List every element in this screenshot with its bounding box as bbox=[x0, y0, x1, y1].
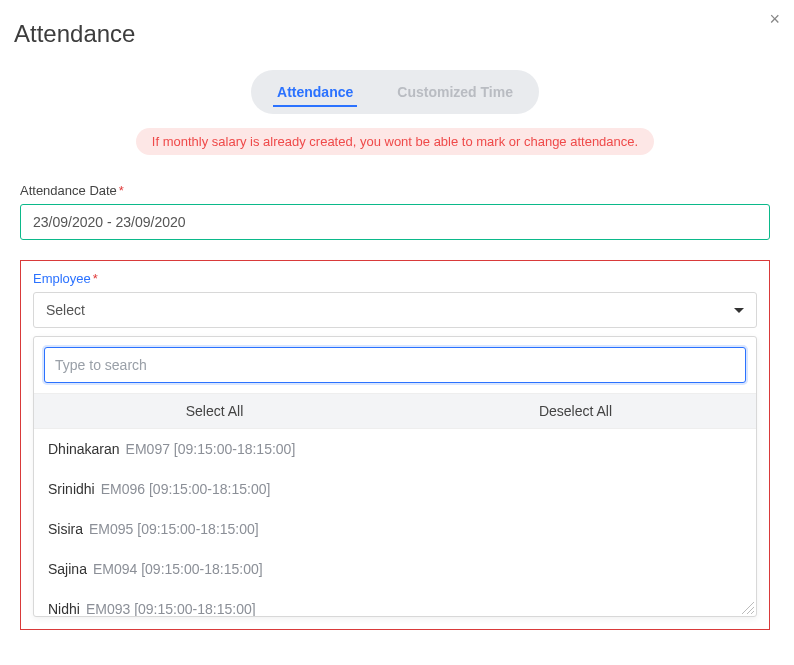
employee-option-name: Sajina bbox=[48, 561, 87, 577]
tab-attendance[interactable]: Attendance bbox=[255, 74, 375, 110]
employee-option-name: Dhinakaran bbox=[48, 441, 120, 457]
attendance-date-label: Attendance Date* bbox=[20, 183, 770, 198]
employee-option[interactable]: NidhiEM093 [09:15:00-18:15:00] bbox=[34, 589, 756, 616]
employee-option[interactable]: DhinakaranEM097 [09:15:00-18:15:00] bbox=[34, 429, 756, 469]
employee-option-meta: EM093 [09:15:00-18:15:00] bbox=[86, 601, 256, 616]
employee-select-value: Select bbox=[46, 302, 85, 318]
warning-banner: If monthly salary is already created, yo… bbox=[136, 128, 654, 155]
select-controls: Select All Deselect All bbox=[34, 393, 756, 429]
required-asterisk: * bbox=[119, 183, 124, 198]
tabs-container: Attendance Customized Time bbox=[12, 70, 778, 114]
employee-label: Employee* bbox=[33, 271, 757, 286]
attendance-modal: × Attendance Attendance Customized Time … bbox=[0, 0, 794, 630]
close-icon[interactable]: × bbox=[769, 10, 780, 28]
employee-option-meta: EM096 [09:15:00-18:15:00] bbox=[101, 481, 271, 497]
employee-search-input[interactable] bbox=[44, 347, 746, 383]
employee-option[interactable]: SrinidhiEM096 [09:15:00-18:15:00] bbox=[34, 469, 756, 509]
employee-option-name: Sisira bbox=[48, 521, 83, 537]
attendance-date-input[interactable] bbox=[20, 204, 770, 240]
deselect-all-button[interactable]: Deselect All bbox=[395, 394, 756, 428]
tab-customized-time[interactable]: Customized Time bbox=[375, 74, 535, 110]
employee-option-name: Srinidhi bbox=[48, 481, 95, 497]
employee-label-text: Employee bbox=[33, 271, 91, 286]
employee-select[interactable]: Select bbox=[33, 292, 757, 328]
attendance-date-label-text: Attendance Date bbox=[20, 183, 117, 198]
warning-row: If monthly salary is already created, yo… bbox=[12, 128, 778, 155]
employee-section: Employee* Select Select All Deselect All… bbox=[20, 260, 770, 630]
employee-dropdown: Select All Deselect All DhinakaranEM097 … bbox=[33, 336, 757, 617]
employee-option[interactable]: SajinaEM094 [09:15:00-18:15:00] bbox=[34, 549, 756, 589]
search-wrap bbox=[34, 337, 756, 393]
select-all-button[interactable]: Select All bbox=[34, 394, 395, 428]
employee-option-meta: EM095 [09:15:00-18:15:00] bbox=[89, 521, 259, 537]
page-title: Attendance bbox=[14, 20, 778, 48]
employee-options-list[interactable]: DhinakaranEM097 [09:15:00-18:15:00] Srin… bbox=[34, 429, 756, 616]
employee-option-meta: EM097 [09:15:00-18:15:00] bbox=[126, 441, 296, 457]
employee-option-meta: EM094 [09:15:00-18:15:00] bbox=[93, 561, 263, 577]
form-area: Attendance Date* Employee* Select Select… bbox=[12, 183, 778, 630]
chevron-down-icon bbox=[734, 308, 744, 313]
required-asterisk: * bbox=[93, 271, 98, 286]
employee-option-name: Nidhi bbox=[48, 601, 80, 616]
tabs: Attendance Customized Time bbox=[251, 70, 539, 114]
employee-option[interactable]: SisiraEM095 [09:15:00-18:15:00] bbox=[34, 509, 756, 549]
